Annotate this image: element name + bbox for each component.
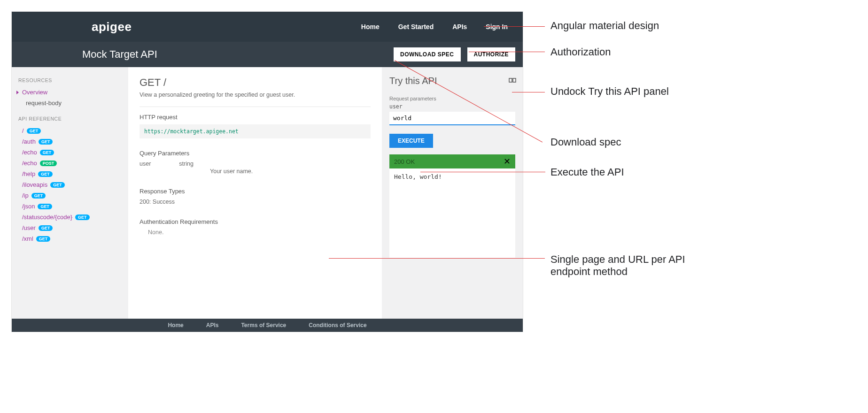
sidebar: RESOURCES Overview request-body API REFE… [12, 67, 128, 319]
nav-get-started[interactable]: Get Started [389, 23, 443, 31]
endpoint-path: /echo [22, 149, 37, 156]
param-description: Your user name. [210, 168, 371, 175]
sidebar-item-request-body[interactable]: request-body [17, 98, 123, 108]
response-status-bar: 200 OK ✕ [389, 154, 515, 168]
sidebar-endpoint[interactable]: /echoGET [17, 147, 123, 158]
sidebar-endpoint[interactable]: /authGET [17, 136, 123, 147]
response-status-text: 200 OK [394, 158, 415, 165]
callout-execute: Execute the API [550, 166, 624, 178]
endpoint-path: /xml [22, 235, 33, 242]
svg-rect-0 [509, 78, 512, 82]
callout-single-page: Single page and URL per API endpoint met… [550, 253, 720, 278]
method-pill: POST [40, 161, 57, 166]
endpoint-description: View a personalized greeting for the spe… [140, 92, 371, 98]
sidebar-endpoint[interactable]: /helpGET [17, 168, 123, 179]
sidebar-heading-api-reference: API REFERENCE [18, 116, 123, 122]
method-pill: GET [27, 128, 41, 134]
query-parameters-heading: Query Parameters [140, 150, 371, 157]
brand-logo: apigee [92, 20, 132, 34]
response-200: 200: Success [140, 199, 371, 205]
endpoint-path: / [22, 127, 24, 134]
endpoint-path: /auth [22, 138, 36, 145]
http-request-url: https://mocktarget.apigee.net [140, 124, 371, 138]
endpoint-path: /statuscode/{code} [22, 214, 72, 221]
callout-authorization: Authorization [550, 46, 611, 58]
sidebar-endpoint[interactable]: /iloveapisGET [17, 179, 123, 190]
param-name: user [140, 161, 151, 167]
endpoint-path: /help [22, 170, 35, 177]
auth-requirements-heading: Authentication Requirements [140, 218, 371, 225]
method-pill: GET [38, 204, 52, 209]
method-pill: GET [36, 236, 51, 242]
sidebar-endpoint[interactable]: /statuscode/{code}GET [17, 212, 123, 222]
endpoint-title: GET / [140, 76, 371, 89]
http-request-heading: HTTP request [140, 114, 371, 121]
callout-download: Download spec [550, 136, 621, 148]
response-body: Hello, world! [389, 168, 515, 258]
response-types-heading: Response Types [140, 188, 371, 195]
request-param-name: user [389, 103, 515, 110]
method-pill: GET [40, 150, 54, 155]
try-api-title: Try this API [389, 76, 515, 86]
sidebar-endpoint[interactable]: /echoPOST [17, 158, 123, 168]
method-pill: GET [39, 225, 53, 231]
undock-icon[interactable] [509, 76, 516, 84]
footer-home[interactable]: Home [168, 322, 183, 329]
endpoint-path: /echo [22, 160, 37, 167]
api-title: Mock Target API [82, 48, 157, 61]
method-pill: GET [31, 193, 46, 199]
param-type: string [179, 161, 194, 167]
endpoint-path: /json [22, 203, 35, 210]
nav-apis[interactable]: APIs [443, 23, 476, 31]
sidebar-item-label: request-body [26, 99, 62, 107]
footer-cos[interactable]: Conditions of Service [309, 322, 366, 329]
endpoint-path: /iloveapis [22, 181, 47, 188]
api-title-bar: Mock Target API DOWNLOAD SPEC AUTHORIZE [12, 42, 523, 67]
sidebar-endpoint[interactable]: /ipGET [17, 190, 123, 201]
sidebar-endpoint[interactable]: /jsonGET [17, 201, 123, 212]
method-pill: GET [39, 139, 53, 145]
sidebar-item-label: Overview [22, 89, 47, 96]
auth-requirements-value: None. [148, 229, 371, 236]
method-pill: GET [38, 171, 53, 177]
nav-home[interactable]: Home [352, 23, 389, 31]
footer-tos[interactable]: Terms of Service [241, 322, 286, 329]
content-body: RESOURCES Overview request-body API REFE… [12, 67, 523, 319]
sidebar-item-overview[interactable]: Overview [17, 87, 123, 98]
callout-material: Angular material design [550, 20, 659, 32]
top-nav-bar: apigee Home Get Started APIs Sign In [12, 12, 523, 42]
user-input[interactable] [389, 112, 515, 125]
method-pill: GET [50, 182, 65, 188]
method-pill: GET [75, 214, 90, 220]
sidebar-heading-resources: RESOURCES [18, 77, 123, 83]
download-spec-button[interactable]: DOWNLOAD SPEC [394, 47, 461, 61]
endpoint-doc: GET / View a personalized greeting for t… [128, 67, 382, 319]
authorize-button[interactable]: AUTHORIZE [467, 47, 516, 61]
sidebar-endpoint[interactable]: /userGET [17, 222, 123, 233]
nav-sign-in[interactable]: Sign In [476, 23, 517, 31]
request-parameters-label: Request parameters [389, 96, 515, 101]
sidebar-endpoint[interactable]: /GET [17, 125, 123, 136]
endpoint-path: /ip [22, 192, 29, 199]
try-api-panel: Try this API Request parameters user EXE… [382, 67, 523, 319]
callout-undock: Undock Try this API panel [550, 85, 691, 98]
close-icon[interactable]: ✕ [504, 156, 511, 167]
execute-button[interactable]: EXECUTE [389, 134, 433, 148]
svg-rect-1 [513, 78, 516, 82]
sidebar-endpoint[interactable]: /xmlGET [17, 233, 123, 244]
footer-apis[interactable]: APIs [206, 322, 219, 329]
footer: Home APIs Terms of Service Conditions of… [12, 319, 523, 332]
endpoint-path: /user [22, 224, 36, 231]
